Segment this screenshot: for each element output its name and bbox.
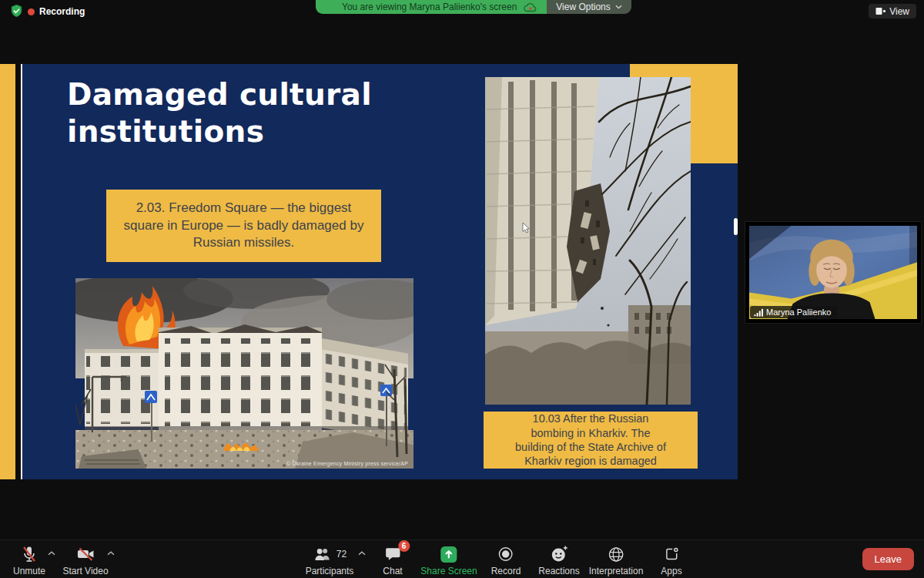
- mouse-cursor: [522, 223, 530, 234]
- unmute-options-caret[interactable]: [48, 551, 55, 556]
- leave-button[interactable]: Leave: [862, 548, 914, 570]
- freedom-square-callout: 2.03. Freedom Square — the biggest squar…: [106, 190, 381, 262]
- photo-credit: © Ukraine Emergency Ministry press servi…: [286, 461, 408, 466]
- security-shield-icon[interactable]: [9, 4, 24, 18]
- view-options-label: View Options: [556, 2, 610, 12]
- start-video-label: Start Video: [62, 566, 108, 576]
- two-people-icon: [313, 545, 333, 563]
- participant-name-tag: Maryna Paliienko: [750, 306, 837, 318]
- slide-left-accent-bar: [0, 64, 15, 479]
- recording-indicator: Recording: [28, 6, 85, 17]
- view-button-label: View: [889, 6, 909, 17]
- scrollbar-handle[interactable]: [734, 218, 738, 235]
- chat-unread-badge: 6: [398, 540, 410, 552]
- archive-callout: 10.03 After the Russian bombing in Khark…: [484, 412, 698, 469]
- cloud-recording-icon: [524, 2, 537, 12]
- record-button[interactable]: Record: [491, 545, 521, 576]
- state-archive-photo-image: [485, 77, 691, 405]
- view-button[interactable]: View: [869, 4, 916, 18]
- reactions-button[interactable]: Reactions: [538, 545, 579, 576]
- participant-video-tile[interactable]: Maryna Paliienko: [745, 221, 922, 324]
- meeting-toolbar: Unmute Start Video: [0, 539, 924, 578]
- presentation-slide: Damaged cultural institutions 2.03. Free…: [22, 64, 738, 479]
- state-archive-photo: [485, 77, 691, 405]
- arrow-up-square-icon: [440, 546, 457, 563]
- screen-share-banner: You are viewing Maryna Paliienko's scree…: [316, 0, 631, 14]
- meeting-topbar: Recording You are viewing Maryna Paliien…: [0, 0, 924, 22]
- kharkiv-fire-photo-image: [75, 278, 413, 469]
- globe-icon: [608, 546, 625, 563]
- participants-count: 72: [336, 549, 346, 560]
- smiley-plus-icon: [550, 545, 568, 563]
- unmute-button[interactable]: Unmute: [13, 545, 45, 576]
- participant-name: Maryna Paliienko: [766, 307, 831, 317]
- share-screen-label: Share Screen: [420, 566, 477, 576]
- recording-label: Recording: [39, 6, 85, 17]
- mic-slash-icon: [20, 545, 38, 563]
- share-screen-button[interactable]: Share Screen: [420, 545, 477, 576]
- zoom-meeting-window: Recording You are viewing Maryna Paliien…: [0, 0, 924, 578]
- share-banner-message: You are viewing Maryna Paliienko's scree…: [316, 0, 547, 14]
- apps-button[interactable]: Apps: [661, 545, 681, 576]
- recording-dot-icon: [28, 8, 35, 15]
- reactions-label: Reactions: [538, 566, 579, 576]
- start-video-button[interactable]: Start Video: [62, 545, 108, 576]
- chat-button[interactable]: 6 Chat: [383, 545, 402, 576]
- audio-signal-icon: [754, 308, 763, 317]
- interpretation-label: Interpretation: [589, 566, 644, 576]
- participants-label: Participants: [306, 566, 354, 576]
- participants-options-caret[interactable]: [358, 551, 366, 556]
- chevron-down-icon: [615, 5, 622, 9]
- participants-button[interactable]: 72 Participants: [306, 545, 354, 576]
- interpretation-button[interactable]: Interpretation: [589, 545, 644, 576]
- camera-slash-icon: [75, 545, 95, 563]
- view-options-button[interactable]: View Options: [547, 0, 631, 14]
- slide-title: Damaged cultural institutions: [67, 76, 406, 151]
- kharkiv-fire-photo: © Ukraine Emergency Ministry press servi…: [75, 278, 413, 469]
- apps-square-icon: [663, 546, 680, 563]
- chat-label: Chat: [383, 566, 402, 576]
- unmute-label: Unmute: [13, 566, 45, 576]
- participant-video-feed: [749, 226, 917, 319]
- apps-label: Apps: [661, 566, 681, 576]
- start-video-options-caret[interactable]: [107, 551, 115, 556]
- share-banner-text: You are viewing Maryna Paliienko's scree…: [342, 2, 517, 12]
- layout-view-icon: [875, 7, 886, 15]
- record-circle-icon: [497, 546, 514, 563]
- record-label: Record: [491, 566, 521, 576]
